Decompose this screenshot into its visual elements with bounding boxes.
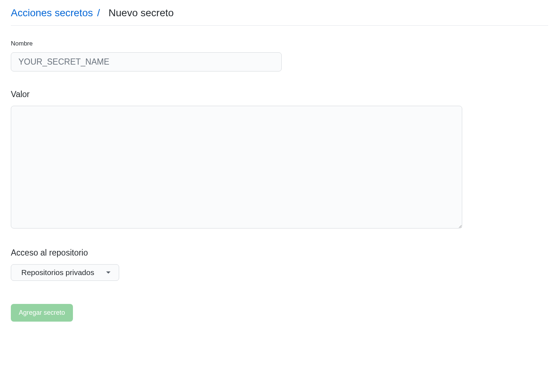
caret-down-icon	[106, 271, 111, 274]
breadcrumb-current: Nuevo secreto	[109, 7, 174, 18]
repo-access-select[interactable]: Repositorios privados	[11, 264, 119, 281]
value-textarea[interactable]	[11, 106, 462, 228]
repo-access-label: Acceso al repositorio	[11, 248, 548, 258]
breadcrumb: Acciones secretos / Nuevo secreto	[11, 7, 548, 26]
add-secret-button[interactable]: Agregar secreto	[11, 304, 73, 322]
form-group-repo-access: Acceso al repositorio Repositorios priva…	[11, 248, 548, 281]
breadcrumb-separator: /	[97, 7, 100, 18]
breadcrumb-link-actions-secrets[interactable]: Acciones secretos	[11, 7, 93, 18]
name-label: Nombre	[11, 40, 548, 47]
name-input[interactable]	[11, 52, 282, 71]
form-group-name: Nombre	[11, 40, 548, 71]
form-group-value: Valor	[11, 90, 548, 230]
repo-access-selected-value: Repositorios privados	[21, 268, 94, 277]
value-label: Valor	[11, 90, 548, 99]
